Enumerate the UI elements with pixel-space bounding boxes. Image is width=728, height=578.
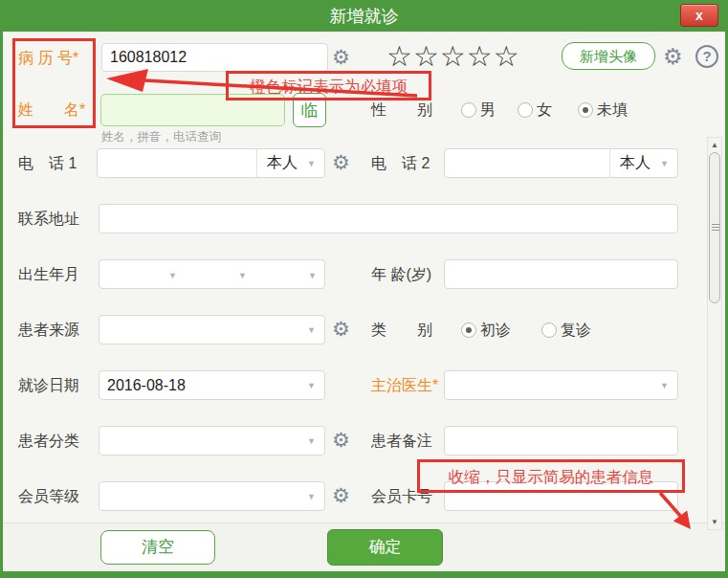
phone2-input[interactable] — [445, 150, 609, 176]
visit-date-value: 2016-08-18 — [99, 377, 307, 394]
scroll-down-icon[interactable]: ▼ — [708, 518, 721, 526]
phone1-label: 电 话 1 — [18, 154, 77, 174]
rating-stars: ☆☆☆☆☆ — [386, 42, 520, 71]
patient-note-label: 患者备注 — [371, 432, 432, 452]
phone2-relation-select[interactable]: 本人 — [610, 153, 660, 173]
member-level-label: 会员等级 — [18, 487, 79, 507]
phone2-combo: 本人 ▼ — [444, 148, 678, 178]
patient-class-label: 患者分类 — [18, 432, 79, 452]
address-input[interactable] — [99, 204, 678, 233]
address-label: 联系地址 — [18, 210, 79, 230]
new-visit-dialog: 新增就诊 x 病 历 号* ⚙ ☆☆☆☆☆ 新增头像 ⚙ ? 姓 名* 临 性 … — [0, 0, 728, 578]
member-settings-gear-icon[interactable]: ⚙ — [332, 485, 350, 505]
gender-label: 性 别 — [371, 100, 432, 121]
scrollbar-thumb[interactable] — [709, 152, 720, 303]
help-icon[interactable]: ? — [695, 45, 718, 68]
close-button[interactable]: x — [680, 4, 718, 27]
phone1-relation-select[interactable]: 本人 — [257, 153, 307, 173]
attending-doctor-select[interactable]: ▼ — [444, 370, 678, 400]
phone1-combo: 本人 ▼ — [97, 148, 325, 178]
required-note-annotation: 橙色标记表示为必填项 — [226, 71, 431, 100]
record-no-label: 病 历 号* — [18, 49, 78, 69]
phone-settings-gear-icon[interactable]: ⚙ — [332, 152, 350, 172]
chevron-down-icon[interactable]: ▼ — [660, 159, 669, 168]
category-first-visit-option: 初诊 — [480, 321, 511, 341]
gender-unfilled-radio[interactable] — [578, 102, 593, 118]
dialog-title: 新增就诊 — [0, 5, 728, 28]
chevron-down-icon[interactable]: ▼ — [238, 271, 247, 280]
visit-date-label: 就诊日期 — [18, 376, 79, 396]
gender-unfilled-option: 未填 — [597, 100, 628, 121]
gender-female-radio[interactable] — [518, 102, 533, 118]
birth-date-label: 出生年月 — [18, 265, 79, 285]
header-settings-gear-icon[interactable]: ⚙ — [663, 46, 683, 68]
chevron-down-icon: ▼ — [307, 325, 316, 335]
chevron-down-icon[interactable]: ▼ — [168, 271, 177, 280]
visit-date-select[interactable]: 2016-08-18 ▼ — [99, 370, 325, 400]
patient-source-select[interactable]: ▼ — [99, 315, 325, 345]
category-label: 类 别 — [371, 321, 432, 341]
vertical-scrollbar[interactable]: ▲ ▼ — [707, 137, 722, 530]
star-icon[interactable]: ☆ — [467, 40, 494, 72]
chevron-down-icon: ▼ — [307, 381, 316, 390]
patient-class-select[interactable]: ▼ — [99, 426, 325, 456]
category-first-visit-radio[interactable] — [461, 322, 476, 338]
age-label: 年 龄(岁) — [371, 265, 431, 285]
record-no-input[interactable] — [101, 43, 328, 72]
clear-button[interactable]: 清空 — [100, 530, 215, 565]
age-input[interactable] — [444, 259, 678, 289]
phone2-label: 电 话 2 — [371, 154, 430, 174]
gender-male-option: 男 — [480, 100, 496, 121]
star-icon[interactable]: ☆ — [413, 40, 440, 72]
chevron-down-icon: ▼ — [307, 492, 316, 501]
patient-note-input[interactable] — [444, 426, 678, 456]
member-level-select[interactable]: ▼ — [99, 481, 325, 511]
chevron-down-icon[interactable]: ▼ — [308, 271, 317, 280]
star-icon[interactable]: ☆ — [386, 40, 413, 72]
chevron-down-icon: ▼ — [660, 381, 669, 390]
star-icon[interactable]: ☆ — [440, 40, 467, 72]
birth-date-select[interactable]: ▼ ▼ ▼ — [99, 259, 325, 289]
record-settings-gear-icon[interactable]: ⚙ — [332, 47, 350, 67]
confirm-button[interactable]: 确定 — [327, 529, 443, 566]
source-settings-gear-icon[interactable]: ⚙ — [332, 319, 350, 339]
gender-female-option: 女 — [537, 100, 552, 121]
star-icon[interactable]: ☆ — [494, 40, 520, 72]
category-return-visit-radio[interactable] — [541, 322, 557, 338]
name-search-hint: 姓名，拼音，电话查询 — [101, 129, 221, 145]
gender-male-radio[interactable] — [461, 102, 476, 118]
patient-source-label: 患者来源 — [18, 321, 79, 341]
add-avatar-button[interactable]: 新增头像 — [562, 42, 655, 70]
attending-doctor-label: 主治医生* — [371, 376, 438, 396]
chevron-down-icon[interactable]: ▼ — [307, 159, 316, 168]
phone1-input[interactable] — [98, 150, 256, 176]
class-settings-gear-icon[interactable]: ⚙ — [332, 430, 350, 450]
title-bar: 新增就诊 x — [0, 0, 728, 32]
collapse-note-annotation: 收缩，只显示简易的患者信息 — [417, 459, 685, 493]
category-return-visit-option: 复诊 — [561, 321, 591, 341]
name-label: 姓 名* — [18, 100, 85, 121]
scroll-up-icon[interactable]: ▲ — [708, 141, 721, 149]
thumb-grip — [712, 224, 719, 225]
chevron-down-icon: ▼ — [307, 436, 316, 446]
